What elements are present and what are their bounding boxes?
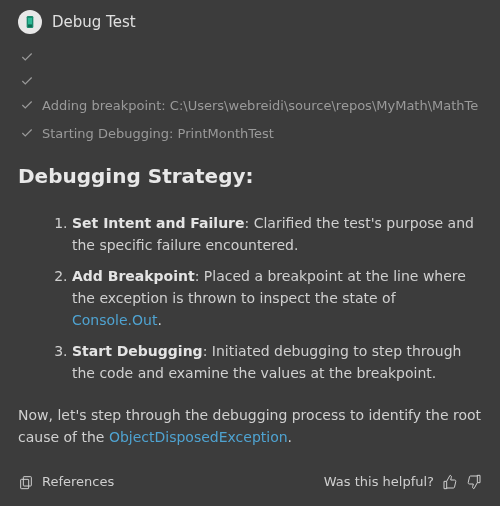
- check-icon: [20, 50, 34, 64]
- references-label: References: [42, 472, 114, 492]
- strategy-steps: Set Intent and Failure: Clarified the te…: [18, 213, 482, 385]
- svg-rect-2: [28, 25, 32, 26]
- progress-list: Adding breakpoint: C:\Users\webreidi\sou…: [20, 48, 482, 143]
- summary-link[interactable]: ObjectDisposedException: [109, 429, 288, 445]
- thumbs-up-icon[interactable]: [442, 474, 458, 490]
- svg-rect-4: [21, 479, 29, 488]
- progress-text: Adding breakpoint: C:\Users\webreidi\sou…: [42, 96, 478, 116]
- header-title: Debug Test: [52, 11, 136, 34]
- step-link[interactable]: Console.Out: [72, 312, 157, 328]
- step-title: Set Intent and Failure: [72, 215, 245, 231]
- progress-text: Starting Debugging: PrintMonthTest: [42, 124, 274, 144]
- check-icon: [20, 98, 34, 112]
- step-body-after: .: [157, 312, 161, 328]
- progress-item: [20, 72, 482, 88]
- references-button[interactable]: References: [18, 472, 114, 492]
- step-item: Start Debugging: Initiated debugging to …: [72, 341, 482, 384]
- progress-item: Starting Debugging: PrintMonthTest: [20, 124, 482, 144]
- references-icon: [18, 474, 34, 490]
- header: Debug Test: [18, 10, 482, 34]
- step-item: Set Intent and Failure: Clarified the te…: [72, 213, 482, 256]
- check-icon: [20, 126, 34, 140]
- svg-rect-1: [28, 18, 32, 24]
- step-title: Add Breakpoint: [72, 268, 195, 284]
- svg-rect-3: [23, 477, 31, 486]
- step-title: Start Debugging: [72, 343, 203, 359]
- check-icon: [20, 74, 34, 88]
- step-item: Add Breakpoint: Placed a breakpoint at t…: [72, 266, 482, 331]
- progress-item: [20, 48, 482, 64]
- strategy-heading: Debugging Strategy:: [18, 161, 482, 191]
- debug-test-icon: [18, 10, 42, 34]
- footer: References Was this helpful?: [18, 466, 482, 492]
- helpful-label: Was this helpful?: [324, 472, 434, 492]
- summary-after: .: [288, 429, 292, 445]
- progress-item: Adding breakpoint: C:\Users\webreidi\sou…: [20, 96, 482, 116]
- summary-text: Now, let's step through the debugging pr…: [18, 405, 482, 448]
- thumbs-down-icon[interactable]: [466, 474, 482, 490]
